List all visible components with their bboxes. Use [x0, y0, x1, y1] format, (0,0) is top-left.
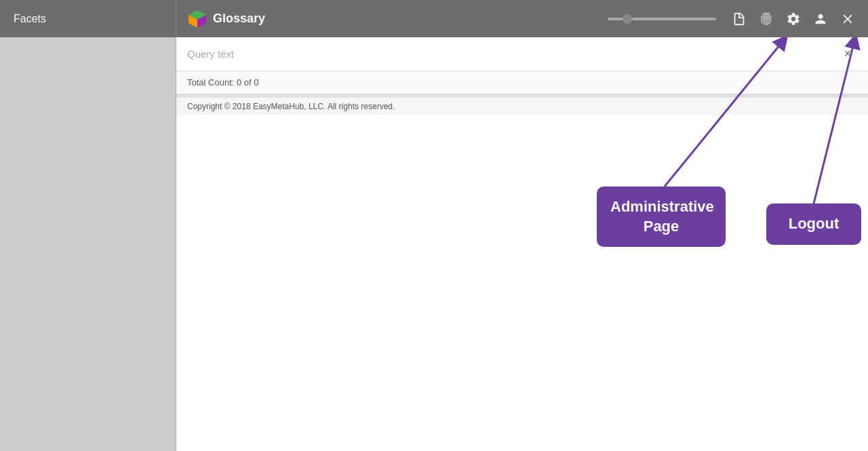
fingerprint-icon[interactable]: [757, 9, 776, 28]
facets-title: Facets: [14, 13, 46, 25]
admin-page-button[interactable]: AdministrativePage: [597, 187, 726, 247]
facets-panel: Facets: [0, 0, 176, 37]
zoom-slider[interactable]: [608, 18, 716, 20]
person-icon[interactable]: [811, 9, 830, 28]
admin-page-label: AdministrativePage: [610, 198, 714, 235]
copyright-text: Copyright © 2018 EasyMetaHub, LLC. All r…: [187, 102, 395, 111]
slider-container[interactable]: [608, 18, 716, 20]
window-close-icon[interactable]: [838, 9, 857, 28]
footer: Copyright © 2018 EasyMetaHub, LLC. All r…: [176, 97, 868, 115]
total-count: Total Count: 0 of 0: [187, 77, 259, 87]
query-text: Query text: [187, 48, 838, 60]
logout-button[interactable]: Logout: [766, 203, 861, 245]
results-bar: Total Count: 0 of 0: [176, 71, 868, 94]
header-icons: [730, 9, 857, 28]
left-panel: [0, 37, 176, 451]
query-close-button[interactable]: ×: [838, 45, 857, 64]
content-area: Query text × Total Count: 0 of 0 Copyrig…: [176, 37, 868, 451]
header-right: Glossary: [176, 9, 868, 29]
logout-label: Logout: [789, 215, 840, 232]
query-bar: Query text ×: [176, 37, 868, 71]
gear-icon[interactable]: [784, 9, 803, 28]
app-logo-icon: [187, 9, 208, 29]
main-area: Query text × Total Count: 0 of 0 Copyrig…: [0, 37, 868, 451]
logo-text: Glossary: [213, 12, 265, 26]
logo-area: Glossary: [187, 9, 265, 29]
document-icon[interactable]: [730, 9, 749, 28]
